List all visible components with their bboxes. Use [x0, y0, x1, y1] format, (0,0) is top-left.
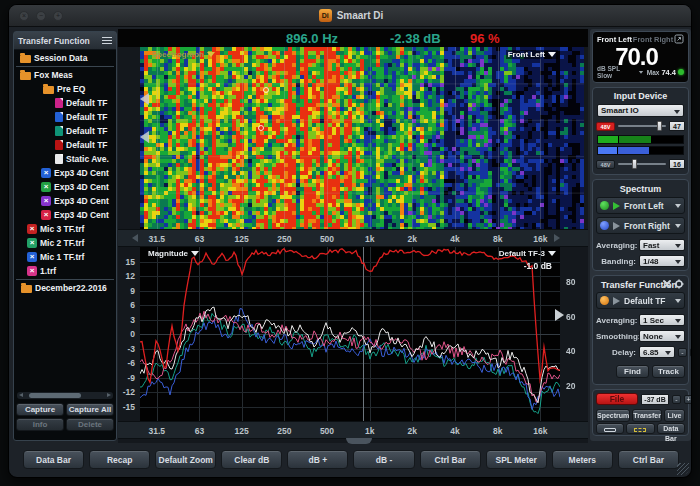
- axis-scroll-right-icon[interactable]: [554, 234, 582, 242]
- tree-item-mic-1-tf-trf[interactable]: ×Mic 1 TF.trf: [14, 250, 116, 264]
- gain-slider-2[interactable]: [618, 163, 666, 165]
- tree-item-fox-meas[interactable]: Fox Meas: [14, 68, 116, 82]
- tree-item-exp3-4d-cent[interactable]: ×Exp3 4D Cent: [14, 194, 116, 208]
- tf-source[interactable]: Default TF: [596, 292, 685, 309]
- play-icon[interactable]: [613, 222, 620, 230]
- tree-item-exp3-4d-cent[interactable]: ×Exp3 4D Cent: [14, 166, 116, 180]
- window-resize-grip[interactable]: [677, 463, 689, 475]
- scroll-left-icon[interactable]: [19, 393, 23, 397]
- spectrograph-label[interactable]: Spectrograph: [152, 50, 215, 59]
- phantom-power-button-1[interactable]: 48V: [596, 122, 615, 131]
- info-button[interactable]: Info: [16, 418, 64, 431]
- tree-item-default-tf[interactable]: Default TF: [14, 138, 116, 152]
- toolbar-button-clear-db[interactable]: Clear dB: [221, 450, 282, 469]
- tree-item-label: December22.2016: [35, 283, 107, 293]
- db-tick--12: -12: [115, 387, 135, 397]
- gear-icon[interactable]: [674, 279, 684, 289]
- tree-item-static-ave-[interactable]: Static Ave.: [14, 152, 116, 166]
- capture-all-button[interactable]: Capture All: [66, 403, 114, 416]
- toolbar-button-db-[interactable]: dB -: [353, 450, 414, 469]
- tree-item-1-trf[interactable]: ×1.trf: [14, 264, 116, 278]
- frequency-axis-lower: 31.5631252505001k2k4k8k16k: [118, 421, 588, 439]
- toolbar-button-ctrl-bar[interactable]: Ctrl Bar: [420, 450, 481, 469]
- magnitude-canvas[interactable]: [140, 247, 560, 421]
- delay-input[interactable]: 6.85: [639, 346, 675, 358]
- toolbar-button-spl-meter[interactable]: SPL Meter: [486, 450, 547, 469]
- spectrum-source-2[interactable]: Front Right: [596, 217, 685, 234]
- freq-tick-125: 125: [228, 234, 256, 244]
- track-button[interactable]: Track: [652, 365, 685, 378]
- tree-item-exp3-4d-cent[interactable]: ×Exp3 4D Cent: [14, 208, 116, 222]
- tree-item-mic-2-tf-trf[interactable]: ×Mic 2 TF.trf: [14, 236, 116, 250]
- tree-item-session-data[interactable]: Session Data: [14, 51, 116, 65]
- toolbar-button-recap[interactable]: Recap: [89, 450, 150, 469]
- gain-slider-1-knob[interactable]: [657, 121, 662, 131]
- tree-item-pre-eq[interactable]: Pre EQ: [14, 82, 116, 96]
- pane-divider-handle[interactable]: [346, 438, 372, 444]
- title-bar[interactable]: × − + Di Smaart Di: [9, 5, 692, 27]
- axis-scroll-left-icon[interactable]: [110, 234, 138, 242]
- file-button[interactable]: File: [596, 393, 638, 405]
- phantom-power-button-2[interactable]: 48V: [596, 160, 615, 169]
- toolbar-button-meters[interactable]: Meters: [552, 450, 613, 469]
- toolbar-button-ctrl-bar[interactable]: Ctrl Bar: [618, 450, 679, 469]
- input-device-select[interactable]: Smaart IO: [597, 104, 684, 117]
- scroll-right-icon[interactable]: [107, 393, 111, 397]
- gain-value-2[interactable]: 16: [669, 159, 685, 169]
- freq-tick-8k: 8k: [484, 234, 512, 244]
- gain-row-1: 48V 47: [596, 121, 685, 131]
- delay-decrement-button[interactable]: -: [678, 348, 687, 357]
- tab-live-ir[interactable]: Live IR: [664, 409, 685, 422]
- tree-item-default-tf[interactable]: Default TF: [14, 124, 116, 138]
- gain-slider-1[interactable]: [618, 125, 666, 127]
- data-bar-toggle-button[interactable]: Data Bar: [657, 423, 685, 434]
- toolbar-button-db-[interactable]: dB +: [287, 450, 348, 469]
- spectrum-banding-select[interactable]: 1/48: [639, 255, 685, 267]
- trace-offset-handle-icon[interactable]: [555, 309, 564, 321]
- spl-mode[interactable]: dB SPL Slow: [597, 65, 635, 79]
- delete-button[interactable]: Delete: [66, 418, 114, 431]
- capture-button[interactable]: Capture: [16, 403, 64, 416]
- level-decrement-button[interactable]: -: [672, 395, 681, 404]
- split-pane-layout-button[interactable]: [626, 423, 654, 434]
- delay-increment-button[interactable]: +: [690, 348, 692, 357]
- spectrum-averaging-select[interactable]: Fast: [639, 239, 685, 251]
- tree-item-exp3-4d-cent[interactable]: ×Exp3 4D Cent: [14, 180, 116, 194]
- find-button[interactable]: Find: [616, 365, 649, 378]
- db-tick-12: 12: [115, 271, 135, 281]
- sidebar-horizontal-scrollbar[interactable]: [17, 392, 113, 399]
- tab-transfer[interactable]: Transfer: [632, 409, 662, 422]
- gain-value-1[interactable]: 47: [669, 121, 685, 131]
- spectrum-source-1[interactable]: Front Left: [596, 197, 685, 214]
- spectrograph-canvas[interactable]: [140, 47, 584, 229]
- magnitude-label[interactable]: Magnitude: [148, 249, 199, 258]
- tree-item-december22-2016[interactable]: December22.2016: [14, 281, 116, 295]
- single-pane-layout-button[interactable]: [596, 423, 624, 434]
- spectrograph-channel-selector[interactable]: Front Left: [506, 50, 558, 59]
- minimize-window-icon[interactable]: −: [36, 11, 46, 21]
- tools-icon[interactable]: [662, 279, 672, 289]
- tree-item-default-tf[interactable]: Default TF: [14, 110, 116, 124]
- range-handle-lower-icon[interactable]: [140, 131, 149, 143]
- tf-averaging-select[interactable]: 1 Sec: [639, 314, 685, 326]
- zoom-window-icon[interactable]: +: [53, 11, 63, 21]
- play-icon[interactable]: [613, 202, 620, 210]
- tree-item-default-tf[interactable]: Default TF: [14, 96, 116, 110]
- tf-smoothing-select[interactable]: None: [639, 330, 685, 342]
- tab-spectrum[interactable]: Spectrum: [596, 409, 630, 422]
- close-window-icon[interactable]: ×: [19, 11, 29, 21]
- active-trace-selector[interactable]: Default TF-3: [499, 249, 556, 258]
- range-handle-upper-icon[interactable]: [140, 93, 149, 105]
- list-menu-icon[interactable]: [102, 37, 112, 45]
- toolbar-button-data-bar[interactable]: Data Bar: [23, 450, 84, 469]
- level-increment-button[interactable]: +: [684, 395, 692, 404]
- play-icon[interactable]: [613, 297, 620, 305]
- tree-item-mic-3-tf-trf[interactable]: ×Mic 3 TF.trf: [14, 222, 116, 236]
- gain-slider-2-knob[interactable]: [632, 159, 637, 169]
- trace-x-icon: ×: [27, 224, 37, 234]
- generator-level[interactable]: -37 dB: [641, 394, 669, 405]
- sidebar-header: Transfer Function: [14, 32, 116, 50]
- toolbar-button-default-zoom[interactable]: Default Zoom: [155, 450, 216, 469]
- spl-max-label: Max: [647, 69, 660, 76]
- scrollbar-thumb[interactable]: [29, 393, 82, 398]
